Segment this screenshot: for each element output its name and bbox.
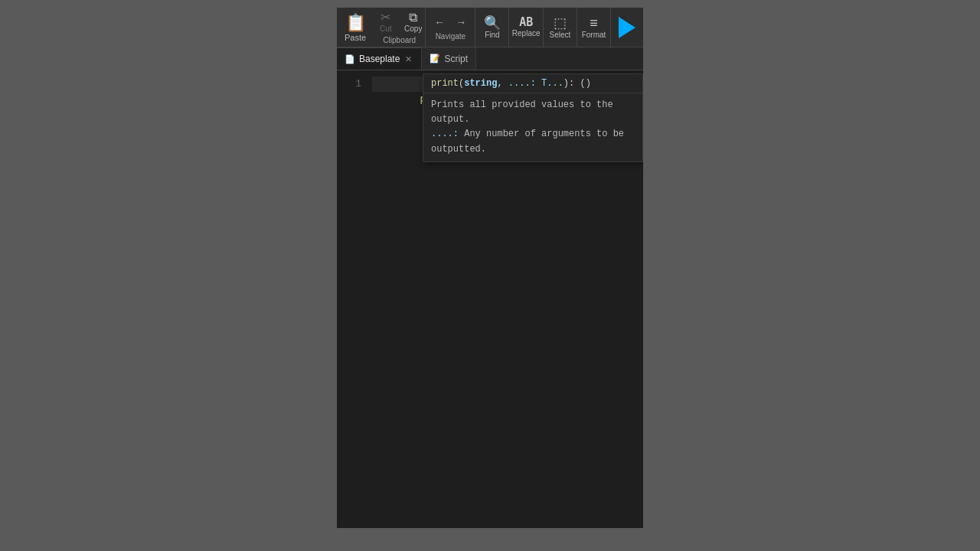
cut-button[interactable]: ✂ Cut (374, 10, 398, 34)
baseplate-tab-icon: 📄 (345, 54, 355, 64)
clipboard-label: Clipboard (383, 36, 416, 44)
replace-icon: AB (519, 17, 533, 28)
back-button[interactable]: ← (430, 14, 449, 31)
select-button[interactable]: ⬚ Select (544, 8, 577, 47)
cut-label: Cut (380, 24, 392, 33)
paste-label: Paste (345, 33, 366, 42)
script-tab-label: Script (444, 54, 468, 64)
play-icon (619, 17, 635, 38)
autocomplete-doc: Prints all provided values to the output… (423, 93, 642, 161)
baseplate-tab-label: Baseplate (359, 54, 400, 64)
paste-button[interactable]: 📋 Paste (337, 8, 374, 47)
code-area[interactable]: print("generasr print(string, ....: T...… (368, 70, 643, 528)
select-icon: ⬚ (554, 16, 567, 30)
doc-param-dots: ....: (431, 129, 464, 139)
sig-close: ): () (564, 78, 591, 89)
find-label: Find (485, 31, 499, 39)
sig-comma: , (497, 78, 508, 89)
find-icon: 🔍 (484, 16, 501, 30)
sig-param1: string (464, 78, 497, 89)
copy-button[interactable]: ⧉ Copy (401, 10, 426, 34)
script-tab-icon: 📝 (430, 54, 440, 64)
line-number-1: 1 (337, 77, 361, 92)
editor-window: 📋 Paste ✂ Cut ⧉ Copy Clipboard ← → (337, 8, 643, 528)
autocomplete-popup: print(string, ....: T...): () Prints all… (423, 73, 643, 162)
format-button[interactable]: ≡ Format (577, 8, 611, 47)
clipboard-group: ✂ Cut ⧉ Copy Clipboard (374, 8, 426, 47)
line-numbers: 1 (337, 70, 368, 528)
tab-script[interactable]: 📝 Script (422, 47, 476, 70)
format-label: Format (582, 31, 606, 39)
doc-line-2: ....: Any number of arguments to be outp… (431, 127, 635, 156)
autocomplete-signature: print(string, ....: T...): () (423, 74, 642, 93)
sig-function-name: print (431, 78, 459, 89)
editor-area[interactable]: 1 print("generasr print(string, ....: T.… (337, 70, 643, 528)
sig-param2: ....: T... (508, 78, 564, 89)
tabs-bar: 📄 Baseplate ✕ 📝 Script (337, 47, 643, 70)
tab-baseplate[interactable]: 📄 Baseplate ✕ (337, 47, 422, 70)
find-button[interactable]: 🔍 Find (475, 8, 509, 47)
cut-icon: ✂ (381, 11, 390, 24)
baseplate-tab-close[interactable]: ✕ (403, 54, 413, 64)
fwd-button[interactable]: → (452, 14, 470, 31)
toolbar: 📋 Paste ✂ Cut ⧉ Copy Clipboard ← → (337, 8, 643, 47)
paste-icon: 📋 (345, 13, 366, 33)
navigate-group: ← → Navigate (426, 8, 475, 47)
play-button[interactable] (611, 8, 643, 47)
copy-icon: ⧉ (409, 11, 417, 24)
doc-line-1: Prints all provided values to the output… (431, 98, 635, 127)
copy-label: Copy (404, 24, 422, 33)
replace-label: Replace (512, 29, 541, 37)
replace-button[interactable]: AB Replace (509, 8, 544, 47)
navigate-label: Navigate (436, 32, 466, 41)
format-icon: ≡ (590, 16, 598, 30)
select-label: Select (550, 31, 571, 39)
